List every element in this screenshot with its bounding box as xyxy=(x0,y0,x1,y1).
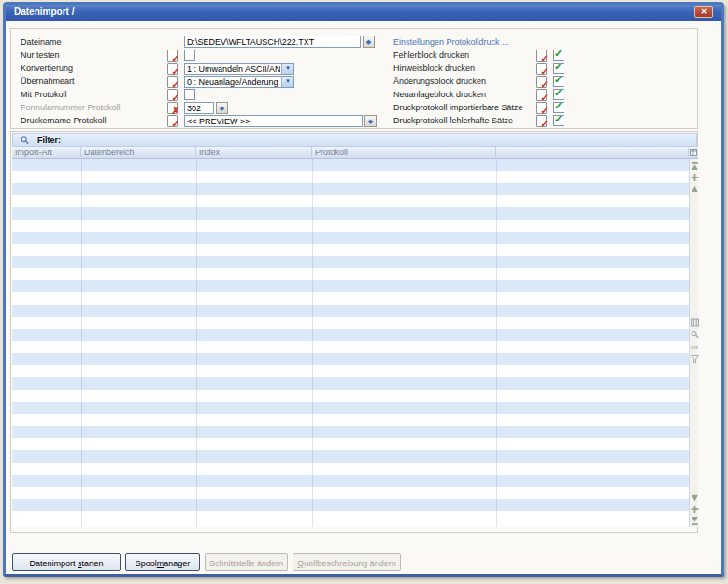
table-row[interactable] xyxy=(12,487,689,499)
filter-label: Filter: xyxy=(37,135,61,145)
table-row[interactable] xyxy=(12,463,689,475)
druckprotokoll-fehlerhaft-label: Druckprotokoll fehlerhafte Sätze xyxy=(393,116,513,125)
table-row[interactable] xyxy=(12,317,689,329)
table-row[interactable] xyxy=(12,390,689,402)
dateiname-input[interactable] xyxy=(184,36,361,48)
mit-protokoll-label: Mit Protokoll xyxy=(21,90,67,99)
konvertierung-label: Konvertierung xyxy=(21,64,73,73)
formularnummer-protokoll-label: Formularnummer Protokoll xyxy=(21,103,121,112)
table-row[interactable] xyxy=(12,207,689,220)
aenderungsblock-label: Änderungsblock drucken xyxy=(393,77,486,86)
datenimport-starten-button[interactable]: Datenimport starten xyxy=(12,553,121,571)
protokolldruck-heading[interactable]: Einstellungen Protokolldruck ... xyxy=(393,37,509,47)
scroll-to-bottom-icon[interactable] xyxy=(691,516,699,525)
druckprotokoll-importierbar-checkbox[interactable]: ✓ xyxy=(553,102,564,113)
uebernahmeart-label: Übernahmeart xyxy=(21,77,75,86)
neuanlageblock-checkbox[interactable]: ✓ xyxy=(553,89,564,100)
table-row[interactable] xyxy=(12,341,689,353)
svg-text:aa: aa xyxy=(691,344,698,350)
table-row[interactable] xyxy=(12,159,689,171)
column-header-empty[interactable] xyxy=(496,147,689,159)
table-header: Import-Art Datenbereich Index Protokoll xyxy=(12,147,689,159)
filter-bar: Filter: xyxy=(12,133,697,147)
dateiname-lookup-button[interactable]: ◆ xyxy=(363,36,375,48)
close-button[interactable]: ✕ xyxy=(694,6,713,18)
page-title: Datenimport / xyxy=(14,7,74,17)
spoolmanager-button[interactable]: Spoolmanager xyxy=(125,553,200,571)
formularnummer-input[interactable] xyxy=(184,102,214,114)
formularnummer-lookup-button[interactable]: ◆ xyxy=(216,102,228,114)
table-row[interactable] xyxy=(12,244,689,256)
druckprotokoll-importierbar-value-set-icon[interactable]: ✓ xyxy=(536,102,547,114)
table-row[interactable] xyxy=(12,220,689,232)
druckername-value-set-icon[interactable]: ✓ xyxy=(167,115,178,127)
table-row[interactable] xyxy=(12,438,689,450)
aenderungsblock-checkbox[interactable]: ✓ xyxy=(553,76,564,87)
uebernahmeart-value: 0 : Neuanlage/Änderung xyxy=(187,78,280,87)
table-row[interactable] xyxy=(12,426,689,438)
nur-testen-value-set-icon[interactable]: ✓ xyxy=(167,50,178,62)
result-table-group: Filter: Import-Art Datenbereich Index Pr… xyxy=(10,131,698,533)
table-row[interactable] xyxy=(12,292,689,305)
chevron-down-icon: ▼ xyxy=(281,64,293,74)
table-row[interactable] xyxy=(12,365,689,377)
autosize-icon[interactable]: aa xyxy=(691,342,699,351)
filter-funnel-icon[interactable] xyxy=(691,354,699,363)
table-row[interactable] xyxy=(12,414,689,426)
mit-protokoll-value-set-icon[interactable]: ✓ xyxy=(167,89,178,101)
table-row[interactable] xyxy=(12,183,689,195)
hinweisblock-checkbox[interactable]: ✓ xyxy=(553,63,564,74)
fehlerblock-value-set-icon[interactable]: ✓ xyxy=(536,50,547,62)
fehlerblock-checkbox[interactable]: ✓ xyxy=(553,50,564,61)
uebernahmeart-value-set-icon[interactable]: ✓ xyxy=(167,76,178,88)
append-row-icon[interactable] xyxy=(691,505,699,514)
druckername-lookup-button[interactable]: ◆ xyxy=(364,115,377,127)
column-header-import-art[interactable]: Import-Art xyxy=(12,147,81,159)
table-row[interactable] xyxy=(12,377,689,390)
nur-testen-label: Nur testen xyxy=(21,50,60,60)
table-row[interactable] xyxy=(12,280,689,292)
column-header-protokoll[interactable]: Protokoll xyxy=(312,147,496,159)
konvertierung-value-set-icon[interactable]: ✓ xyxy=(167,63,178,75)
scroll-down-icon[interactable] xyxy=(691,493,699,503)
table-row[interactable] xyxy=(12,171,689,183)
scroll-up-icon[interactable] xyxy=(691,184,699,193)
aenderungsblock-value-set-icon[interactable]: ✓ xyxy=(536,76,547,88)
druckprotokoll-fehlerhaft-checkbox[interactable]: ✓ xyxy=(553,115,564,126)
konvertierung-select[interactable]: 1 : Umwandeln ASCII/ANSI ▼ xyxy=(184,63,294,75)
dialog-window: Datenimport / ✕ Dateiname Nur testen Kon… xyxy=(3,2,724,577)
search-rows-icon[interactable] xyxy=(691,330,699,339)
druckprotokoll-fehlerhaft-value-set-icon[interactable]: ✓ xyxy=(536,115,547,127)
column-header-index[interactable]: Index xyxy=(196,147,312,159)
table-row[interactable] xyxy=(12,195,689,207)
insert-row-icon[interactable] xyxy=(691,173,699,182)
druckername-input[interactable] xyxy=(184,115,363,127)
schnittstelle-aendern-button: Schnittstelle ändern xyxy=(205,553,288,571)
table-row[interactable] xyxy=(12,475,689,487)
table-row[interactable] xyxy=(12,450,689,463)
neuanlageblock-value-set-icon[interactable]: ✓ xyxy=(536,89,547,101)
table-row[interactable] xyxy=(12,402,689,414)
table-row[interactable] xyxy=(12,232,689,244)
mit-protokoll-checkbox[interactable] xyxy=(184,89,195,100)
uebernahmeart-select[interactable]: 0 : Neuanlage/Änderung ▼ xyxy=(184,76,294,88)
hinweisblock-value-set-icon[interactable]: ✓ xyxy=(536,63,547,75)
nur-testen-checkbox[interactable] xyxy=(184,50,195,61)
table-row[interactable] xyxy=(12,329,689,341)
table-body xyxy=(12,159,689,527)
column-chooser-button[interactable] xyxy=(689,147,698,159)
hinweisblock-label: Hinweisblock drucken xyxy=(393,64,475,73)
table-side-toolbar: aa xyxy=(689,159,698,527)
table-row[interactable] xyxy=(12,511,689,523)
table-row[interactable] xyxy=(12,353,689,365)
title-bar[interactable]: Datenimport / ✕ xyxy=(6,5,721,21)
table-row[interactable] xyxy=(12,268,689,280)
scroll-to-top-icon[interactable] xyxy=(691,162,699,171)
table-row[interactable] xyxy=(12,256,689,268)
table-row[interactable] xyxy=(12,499,689,511)
formularnummer-cleared-icon[interactable]: ✗ xyxy=(167,102,178,114)
table-row[interactable] xyxy=(12,305,689,317)
column-header-datenbereich[interactable]: Datenbereich xyxy=(81,147,196,159)
close-icon: ✕ xyxy=(701,7,707,16)
columns-icon[interactable] xyxy=(691,318,699,327)
